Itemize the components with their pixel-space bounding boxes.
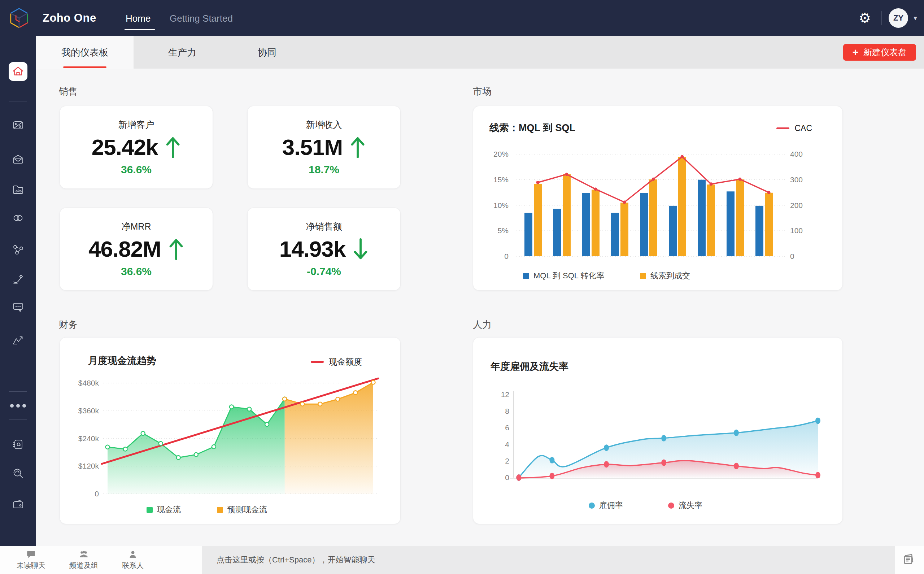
svg-text:8: 8	[505, 407, 509, 415]
cac-legend-label: CAC	[795, 123, 812, 133]
legend-lead-close: 线索到成交	[640, 270, 690, 281]
channels-groups-button[interactable]: 频道及组	[69, 550, 98, 570]
contacts-label: 联系人	[122, 561, 144, 570]
notes-icon[interactable]	[901, 552, 916, 567]
folder-files-icon	[11, 183, 25, 196]
cac-line-legend: CAC	[776, 123, 812, 133]
hr-chart-card: 年度雇佣及流失率 1286420 雇佣率 流失率	[473, 337, 843, 524]
svg-text:15%: 15%	[493, 175, 508, 184]
finance-chart-card: 月度现金流趋势 现金额度 $480k$360k$240k$120k0 现金流 预…	[60, 337, 401, 524]
sidebar-item-more[interactable]	[9, 404, 27, 408]
nav-home[interactable]: Home	[126, 13, 151, 24]
svg-text:200: 200	[790, 201, 803, 210]
svg-text:$360k: $360k	[78, 407, 99, 415]
trend-up-arrow-icon	[165, 136, 181, 158]
link-rings-icon	[11, 211, 25, 224]
legend-attrition: 流失率	[668, 500, 702, 511]
sign-pen-icon	[11, 272, 25, 285]
tab-productivity-label: 生产力	[168, 47, 196, 58]
plus-icon: +	[853, 47, 858, 58]
sidebar-item-social[interactable]	[11, 243, 25, 256]
svg-text:0: 0	[94, 489, 99, 498]
hr-chart-svg: 1286420	[495, 381, 823, 489]
notebook-icon	[11, 438, 25, 451]
svg-text:$120k: $120k	[78, 462, 99, 470]
kpi-value: 3.51M	[282, 134, 343, 160]
analytics-trend-icon	[11, 334, 25, 347]
contact-icon	[128, 550, 137, 559]
orange-square-swatch	[217, 507, 223, 513]
new-dashboard-label: 新建仪表盘	[863, 47, 907, 58]
kpi-title: 净MRR	[122, 221, 151, 232]
avatar[interactable]: ZY	[889, 8, 908, 28]
zoho-one-dashboard: Zoho One Home Getting Started ⚙ ZY ▼	[0, 0, 924, 574]
sidebar-divider	[9, 101, 27, 101]
svg-text:5%: 5%	[498, 226, 508, 235]
group-icon	[79, 550, 88, 559]
nav-getting-started[interactable]: Getting Started	[170, 13, 233, 24]
smart-chat-prompt[interactable]: 点击这里或按（Ctrl+Space），开始智能聊天	[217, 546, 375, 574]
kpi-value: 14.93k	[279, 236, 346, 262]
svg-text:20%: 20%	[493, 150, 508, 158]
legend-forecast: 预测现金流	[217, 504, 267, 515]
sidebar-item-mail[interactable]	[11, 153, 25, 166]
tab-collaboration-label: 协同	[258, 47, 277, 58]
sidebar-item-notebook[interactable]	[11, 438, 25, 451]
svg-text:4: 4	[505, 440, 509, 448]
zoho-logo-icon	[8, 7, 30, 29]
kpi-change: 36.6%	[121, 164, 151, 176]
channels-groups-label: 频道及组	[69, 561, 98, 570]
sidebar-item-wallet[interactable]	[11, 498, 25, 511]
section-market: 市场	[473, 85, 491, 98]
kpi-card-net-sales: 净销售额 14.93k -0.74%	[247, 208, 401, 291]
kpi-card-new-revenue: 新增收入 3.51M 18.7%	[247, 106, 401, 189]
new-dashboard-button[interactable]: + 新建仪表盘	[843, 44, 916, 61]
section-hr: 人力	[473, 319, 491, 331]
sidebar-item-search[interactable]	[11, 467, 25, 480]
chat-quick-actions: 未读聊天 频道及组 联系人	[0, 546, 202, 574]
kpi-value: 25.42k	[92, 134, 158, 160]
unread-chats-label: 未读聊天	[17, 561, 46, 570]
hr-chart-title: 年度雇佣及流失率	[491, 360, 568, 373]
sidebar-item-home[interactable]	[9, 62, 27, 81]
svg-text:400: 400	[790, 150, 803, 158]
sidebar-divider	[9, 391, 27, 392]
chevron-down-icon[interactable]: ▼	[913, 15, 918, 22]
contacts-button[interactable]: 联系人	[122, 550, 144, 570]
unread-chats-button[interactable]: 未读聊天	[17, 550, 46, 570]
finance-chart-svg: $480k$360k$240k$120k0	[74, 372, 385, 500]
cliq-bottom-bar: 未读聊天 频道及组 联系人 点击这里或按（Ctrl+Space），开始智能聊天	[0, 546, 924, 574]
kpi-change: -0.74%	[307, 265, 341, 278]
svg-text:0: 0	[790, 252, 795, 260]
nav-home-underline	[124, 29, 155, 30]
kpi-change: 36.6%	[121, 265, 151, 278]
sidebar-item-sign[interactable]	[11, 272, 25, 285]
sidebar-item-connections[interactable]	[11, 211, 25, 224]
tab-my-dashboard[interactable]: 我的仪表板	[36, 36, 134, 69]
legend-cashflow-label: 现金流	[157, 504, 181, 515]
top-bar: Zoho One Home Getting Started ⚙ ZY ▼	[0, 0, 924, 36]
trend-down-arrow-icon	[353, 238, 368, 260]
section-finance: 财务	[59, 319, 78, 331]
sidebar-item-cliq[interactable]	[11, 301, 25, 314]
tab-productivity[interactable]: 生产力	[134, 36, 231, 69]
chat-bubble-dots-icon	[11, 301, 25, 314]
red-dot-swatch	[668, 503, 674, 509]
home-icon	[11, 65, 25, 78]
kpi-title: 净销售额	[306, 221, 342, 232]
mail-icon	[11, 153, 25, 166]
legend-mql-sql: MQL 到 SQL 转化率	[523, 270, 604, 281]
sidebar-item-workdrive[interactable]	[11, 183, 25, 196]
svg-text:300: 300	[790, 175, 803, 184]
cash-limit-legend: 现金额度	[311, 356, 362, 367]
tab-collaboration[interactable]: 协同	[231, 36, 303, 69]
sidebar-item-analytics[interactable]	[11, 334, 25, 347]
legend-hiring-label: 雇佣率	[599, 500, 623, 511]
svg-text:10%: 10%	[493, 201, 508, 210]
gear-icon[interactable]: ⚙	[856, 9, 874, 27]
search-icon	[11, 467, 25, 480]
legend-attrition-label: 流失率	[678, 500, 702, 511]
trend-up-arrow-icon	[168, 238, 184, 260]
cash-limit-label: 现金额度	[329, 356, 362, 367]
sidebar-item-crm[interactable]	[11, 119, 25, 132]
